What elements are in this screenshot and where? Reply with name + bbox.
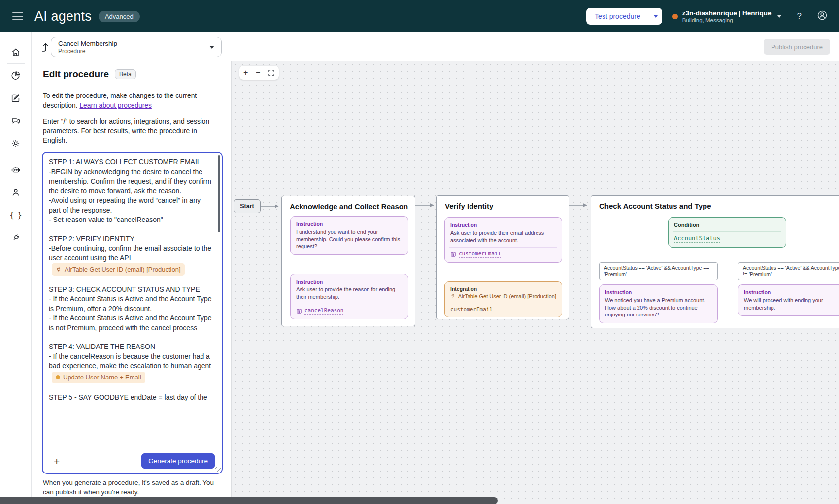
account-icon[interactable] bbox=[816, 9, 828, 23]
sidebar-item-code[interactable]: { } bbox=[6, 205, 26, 225]
app-header: AI agents Advanced Test procedure z3n-di… bbox=[0, 0, 839, 32]
editor-line: -BEGIN by acknowledging the desire to ca… bbox=[49, 167, 212, 196]
procedure-toolbar: Cancel Membership Procedure Publish proc… bbox=[32, 32, 839, 61]
presence-dot-icon bbox=[672, 14, 678, 19]
panel-intro-2: Enter “/” to search for actions, integra… bbox=[43, 117, 216, 146]
sidebar-item-compose[interactable] bbox=[6, 88, 26, 108]
editor-text-area[interactable]: STEP 1: ALWAYS COLLECT CUSTOMER EMAIL -B… bbox=[49, 158, 212, 449]
editor-line: - If the Account Status is Active and th… bbox=[49, 314, 212, 333]
app-title: AI agents bbox=[34, 9, 92, 24]
zoom-in-button[interactable]: + bbox=[243, 69, 248, 77]
branch-condition-not-premium[interactable]: AccountStatus == 'Active' && AccountType… bbox=[738, 262, 839, 280]
gear-icon bbox=[10, 138, 21, 149]
editor-line: STEP 4: VALIDATE THE REASON bbox=[49, 342, 212, 352]
fullscreen-icon bbox=[268, 69, 275, 76]
procedure-editor[interactable]: STEP 1: ALWAYS COLLECT CUSTOMER EMAIL -B… bbox=[42, 152, 223, 474]
node-acknowledge[interactable]: Acknowledge and Collect Reason Instructi… bbox=[281, 196, 415, 326]
plug-icon bbox=[10, 232, 21, 243]
integration-chip[interactable]: AirTable Get User ID (email) [Production… bbox=[52, 263, 185, 276]
instruction-card[interactable]: Instruction Ask user to provide the reas… bbox=[290, 274, 408, 319]
edit-icon bbox=[10, 93, 21, 103]
sidebar-divider bbox=[7, 63, 25, 64]
robot-icon bbox=[10, 164, 21, 175]
editor-line: STEP 5 - SAY GOODBYE endDate = last day … bbox=[49, 393, 212, 403]
parameter-pill[interactable]: customerEmail bbox=[450, 306, 556, 313]
horizontal-scrollbar[interactable] bbox=[0, 497, 498, 504]
editor-line: STEP 3: CHECK ACCOUNT STATUS AND TYPE bbox=[49, 285, 212, 295]
sidebar-item-settings[interactable] bbox=[6, 133, 26, 153]
add-button[interactable]: + bbox=[54, 455, 60, 467]
text-cursor bbox=[133, 254, 133, 261]
editor-line: -Before continuing, confirm the email as… bbox=[49, 244, 212, 263]
sidebar-item-users[interactable] bbox=[6, 183, 26, 202]
node-title: Check Account Status and Type bbox=[599, 202, 711, 210]
canvas-zoom-controls: + − bbox=[239, 66, 279, 80]
help-icon[interactable]: ? bbox=[797, 11, 802, 21]
instruction-card[interactable]: Instruction We will proceed with ending … bbox=[738, 284, 839, 316]
home-icon bbox=[10, 47, 21, 58]
sidebar-item-agents[interactable] bbox=[6, 160, 26, 180]
node-check-account[interactable]: Check Account Status and Type Condition … bbox=[591, 195, 839, 328]
action-dot-icon bbox=[56, 375, 60, 379]
node-title: Verify Identity bbox=[445, 202, 493, 210]
condition-card[interactable]: Condition AccountStatus bbox=[668, 217, 786, 248]
arrow-up-icon bbox=[40, 41, 51, 53]
start-node[interactable]: Start bbox=[234, 199, 261, 213]
plug-icon bbox=[450, 293, 456, 299]
plug-icon bbox=[56, 266, 62, 273]
edit-procedure-panel: Edit procedure Beta To edit the procedur… bbox=[32, 61, 232, 504]
sidebar-item-home[interactable] bbox=[6, 42, 26, 62]
editor-line: - If the cancelReason is because the cus… bbox=[49, 352, 212, 371]
editor-line: - If the Account Status is Active and th… bbox=[49, 294, 212, 314]
action-chip[interactable]: Update User Name + Email bbox=[52, 372, 145, 384]
test-procedure-button[interactable]: Test procedure bbox=[586, 8, 662, 25]
panel-title: Edit procedure bbox=[43, 69, 109, 80]
integration-link[interactable]: AirTable Get User ID (email) [Production… bbox=[450, 293, 556, 299]
beta-badge: Beta bbox=[115, 69, 136, 79]
editor-line: STEP 1: ALWAYS COLLECT CUSTOMER EMAIL bbox=[49, 158, 212, 167]
editor-scrollbar[interactable] bbox=[218, 155, 220, 232]
pie-chart-icon bbox=[10, 70, 21, 81]
chevron-down-icon[interactable] bbox=[777, 15, 781, 18]
resize-handle[interactable] bbox=[215, 467, 221, 472]
learn-link[interactable]: Learn about procedures bbox=[79, 102, 152, 109]
sidebar-divider bbox=[7, 158, 25, 158]
sidebar-item-integrations[interactable] bbox=[6, 228, 26, 248]
chevron-down-icon bbox=[209, 46, 214, 49]
chat-bubbles-icon bbox=[10, 115, 21, 126]
zoom-out-button[interactable]: − bbox=[256, 69, 260, 77]
node-verify-identity[interactable]: Verify Identity Instruction Ask user to … bbox=[436, 195, 569, 319]
sidebar-item-conversations[interactable] bbox=[6, 111, 26, 130]
icon-sidebar: { } bbox=[0, 32, 32, 504]
user-status: Building, Messaging bbox=[682, 17, 772, 23]
person-icon bbox=[10, 187, 21, 198]
parameter-pill[interactable]: customerEmail bbox=[450, 251, 556, 258]
branch-condition-premium[interactable]: AccountStatus == 'Active' && AccountType… bbox=[599, 262, 718, 280]
chevron-down-icon bbox=[654, 15, 658, 18]
editor-line: STEP 2: VERIFY IDENTITY bbox=[49, 234, 212, 244]
parameter-pill[interactable]: cancelReason bbox=[296, 307, 403, 315]
user-name: z3n-diashenrique | Henrique bbox=[682, 9, 772, 17]
flow-canvas[interactable]: + − Start Acknowledge and Collect Reason… bbox=[232, 61, 839, 504]
generate-procedure-button[interactable]: Generate procedure bbox=[141, 453, 215, 469]
integration-card[interactable]: Integration AirTable Get User ID (email)… bbox=[444, 281, 562, 317]
publish-procedure-button[interactable]: Publish procedure bbox=[764, 39, 830, 55]
sidebar-item-analytics[interactable] bbox=[6, 65, 26, 85]
user-menu[interactable]: z3n-diashenrique | Henrique Building, Me… bbox=[682, 9, 772, 23]
braces-icon: { } bbox=[9, 211, 21, 220]
instruction-card[interactable]: Instruction We noticed you have a Premiu… bbox=[599, 284, 718, 323]
fit-view-button[interactable] bbox=[268, 69, 275, 76]
procedure-selector[interactable]: Cancel Membership Procedure bbox=[51, 37, 222, 57]
node-title: Acknowledge and Collect Reason bbox=[290, 202, 408, 211]
editor-line: - Set reason value to "cancelReason" bbox=[49, 215, 212, 225]
plan-badge: Advanced bbox=[99, 11, 140, 22]
instruction-card[interactable]: Instruction I understand you want to end… bbox=[290, 216, 408, 255]
parameter-pill[interactable]: AccountStatus bbox=[674, 235, 780, 243]
procedure-type: Procedure bbox=[58, 48, 117, 55]
test-procedure-caret[interactable] bbox=[649, 8, 662, 25]
test-procedure-label[interactable]: Test procedure bbox=[586, 8, 649, 25]
instruction-card[interactable]: Instruction Ask user to provide their em… bbox=[444, 217, 562, 263]
menu-icon[interactable] bbox=[12, 12, 23, 20]
editor-line: -Avoid using or repeating the word “canc… bbox=[49, 196, 212, 215]
draft-note: When you generate a procedure, it's save… bbox=[43, 478, 220, 497]
